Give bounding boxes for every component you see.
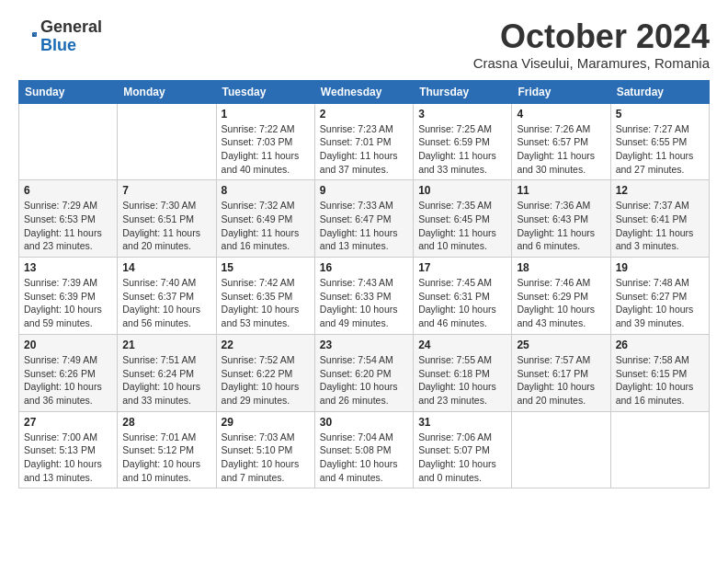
day-number: 28 bbox=[122, 416, 210, 429]
calendar-day-cell: 17Sunrise: 7:45 AM Sunset: 6:31 PM Dayli… bbox=[414, 258, 512, 335]
day-number: 20 bbox=[24, 339, 112, 351]
day-number: 3 bbox=[418, 108, 506, 121]
calendar-week-row: 1Sunrise: 7:22 AM Sunset: 7:03 PM Daylig… bbox=[19, 103, 710, 180]
calendar-day-cell: 15Sunrise: 7:42 AM Sunset: 6:35 PM Dayli… bbox=[216, 258, 314, 335]
day-detail: Sunrise: 7:26 AM Sunset: 6:57 PM Dayligh… bbox=[517, 122, 605, 177]
day-detail: Sunrise: 7:32 AM Sunset: 6:49 PM Dayligh… bbox=[222, 199, 310, 253]
day-detail: Sunrise: 7:42 AM Sunset: 6:35 PM Dayligh… bbox=[222, 276, 310, 330]
calendar-day-cell: 12Sunrise: 7:37 AM Sunset: 6:41 PM Dayli… bbox=[610, 180, 709, 258]
day-detail: Sunrise: 7:25 AM Sunset: 6:59 PM Dayligh… bbox=[418, 122, 506, 177]
logo-icon bbox=[18, 28, 37, 46]
calendar-day-cell bbox=[610, 411, 709, 488]
calendar-day-cell: 3Sunrise: 7:25 AM Sunset: 6:59 PM Daylig… bbox=[414, 103, 512, 180]
day-detail: Sunrise: 7:27 AM Sunset: 6:55 PM Dayligh… bbox=[616, 122, 704, 177]
day-number: 22 bbox=[222, 339, 310, 351]
calendar-day-cell: 5Sunrise: 7:27 AM Sunset: 6:55 PM Daylig… bbox=[610, 103, 709, 180]
calendar-week-row: 13Sunrise: 7:39 AM Sunset: 6:39 PM Dayli… bbox=[19, 258, 710, 335]
calendar-day-cell: 2Sunrise: 7:23 AM Sunset: 7:01 PM Daylig… bbox=[314, 103, 413, 180]
day-number: 13 bbox=[24, 261, 112, 274]
day-number: 15 bbox=[222, 261, 310, 274]
day-number: 16 bbox=[320, 261, 408, 274]
weekday-header: Tuesday bbox=[216, 80, 314, 103]
calendar-day-cell bbox=[19, 103, 118, 180]
day-number: 8 bbox=[222, 184, 310, 197]
day-detail: Sunrise: 7:37 AM Sunset: 6:41 PM Dayligh… bbox=[616, 199, 704, 253]
day-detail: Sunrise: 7:40 AM Sunset: 6:37 PM Dayligh… bbox=[122, 276, 210, 330]
day-number: 11 bbox=[517, 184, 605, 197]
calendar-day-cell: 6Sunrise: 7:29 AM Sunset: 6:53 PM Daylig… bbox=[19, 180, 118, 258]
day-number: 24 bbox=[418, 339, 506, 351]
day-detail: Sunrise: 7:54 AM Sunset: 6:20 PM Dayligh… bbox=[320, 353, 408, 408]
day-number: 29 bbox=[222, 416, 310, 429]
day-detail: Sunrise: 7:48 AM Sunset: 6:27 PM Dayligh… bbox=[616, 276, 704, 330]
day-detail: Sunrise: 7:46 AM Sunset: 6:29 PM Dayligh… bbox=[517, 276, 605, 330]
location: Crasna Viseului, Maramures, Romania bbox=[473, 55, 710, 71]
calendar-day-cell: 24Sunrise: 7:55 AM Sunset: 6:18 PM Dayli… bbox=[414, 334, 512, 411]
weekday-header: Saturday bbox=[610, 80, 709, 103]
calendar-day-cell: 11Sunrise: 7:36 AM Sunset: 6:43 PM Dayli… bbox=[512, 180, 610, 258]
day-number: 4 bbox=[517, 108, 605, 121]
calendar-day-cell: 8Sunrise: 7:32 AM Sunset: 6:49 PM Daylig… bbox=[216, 180, 314, 258]
day-number: 27 bbox=[24, 416, 112, 429]
day-detail: Sunrise: 7:52 AM Sunset: 6:22 PM Dayligh… bbox=[222, 353, 310, 408]
calendar-day-cell: 27Sunrise: 7:00 AM Sunset: 5:13 PM Dayli… bbox=[19, 411, 118, 488]
calendar-day-cell: 7Sunrise: 7:30 AM Sunset: 6:51 PM Daylig… bbox=[118, 180, 216, 258]
day-number: 25 bbox=[517, 339, 605, 351]
month-title: October 2024 bbox=[473, 18, 710, 55]
calendar-day-cell: 25Sunrise: 7:57 AM Sunset: 6:17 PM Dayli… bbox=[512, 334, 610, 411]
weekday-header: Thursday bbox=[414, 80, 512, 103]
day-detail: Sunrise: 7:06 AM Sunset: 5:07 PM Dayligh… bbox=[418, 431, 506, 485]
day-detail: Sunrise: 7:00 AM Sunset: 5:13 PM Dayligh… bbox=[24, 431, 112, 485]
day-detail: Sunrise: 7:04 AM Sunset: 5:08 PM Dayligh… bbox=[320, 431, 408, 485]
day-detail: Sunrise: 7:30 AM Sunset: 6:51 PM Dayligh… bbox=[122, 199, 210, 253]
day-number: 14 bbox=[122, 261, 210, 274]
weekday-header: Friday bbox=[512, 80, 610, 103]
day-number: 30 bbox=[320, 416, 408, 429]
calendar-day-cell: 18Sunrise: 7:46 AM Sunset: 6:29 PM Dayli… bbox=[512, 258, 610, 335]
day-detail: Sunrise: 7:22 AM Sunset: 7:03 PM Dayligh… bbox=[222, 122, 310, 177]
calendar-table: SundayMondayTuesdayWednesdayThursdayFrid… bbox=[18, 80, 710, 489]
calendar-day-cell: 23Sunrise: 7:54 AM Sunset: 6:20 PM Dayli… bbox=[314, 334, 413, 411]
day-number: 6 bbox=[24, 184, 112, 197]
day-detail: Sunrise: 7:43 AM Sunset: 6:33 PM Dayligh… bbox=[320, 276, 408, 330]
calendar-day-cell: 31Sunrise: 7:06 AM Sunset: 5:07 PM Dayli… bbox=[414, 411, 512, 488]
page-header: General Blue October 2024 Crasna Viseulu… bbox=[18, 18, 710, 71]
calendar-day-cell: 13Sunrise: 7:39 AM Sunset: 6:39 PM Dayli… bbox=[19, 258, 118, 335]
weekday-header: Sunday bbox=[19, 80, 118, 103]
day-detail: Sunrise: 7:01 AM Sunset: 5:12 PM Dayligh… bbox=[122, 431, 210, 485]
logo: General Blue bbox=[18, 18, 102, 55]
weekday-header: Monday bbox=[118, 80, 216, 103]
day-detail: Sunrise: 7:23 AM Sunset: 7:01 PM Dayligh… bbox=[320, 122, 408, 177]
day-number: 19 bbox=[616, 261, 704, 274]
calendar-day-cell: 4Sunrise: 7:26 AM Sunset: 6:57 PM Daylig… bbox=[512, 103, 610, 180]
day-number: 2 bbox=[320, 108, 408, 121]
calendar-day-cell: 30Sunrise: 7:04 AM Sunset: 5:08 PM Dayli… bbox=[314, 411, 413, 488]
day-detail: Sunrise: 7:39 AM Sunset: 6:39 PM Dayligh… bbox=[24, 276, 112, 330]
day-detail: Sunrise: 7:33 AM Sunset: 6:47 PM Dayligh… bbox=[320, 199, 408, 253]
day-detail: Sunrise: 7:49 AM Sunset: 6:26 PM Dayligh… bbox=[24, 353, 112, 408]
day-number: 9 bbox=[320, 184, 408, 197]
calendar-day-cell bbox=[512, 411, 610, 488]
day-number: 10 bbox=[418, 184, 506, 197]
day-detail: Sunrise: 7:29 AM Sunset: 6:53 PM Dayligh… bbox=[24, 199, 112, 253]
day-number: 7 bbox=[122, 184, 210, 197]
calendar-day-cell: 20Sunrise: 7:49 AM Sunset: 6:26 PM Dayli… bbox=[19, 334, 118, 411]
day-detail: Sunrise: 7:57 AM Sunset: 6:17 PM Dayligh… bbox=[517, 353, 605, 408]
day-detail: Sunrise: 7:36 AM Sunset: 6:43 PM Dayligh… bbox=[517, 199, 605, 253]
logo-blue-text: Blue bbox=[40, 37, 102, 55]
calendar-day-cell bbox=[118, 103, 216, 180]
day-number: 31 bbox=[418, 416, 506, 429]
day-number: 1 bbox=[222, 108, 310, 121]
day-number: 23 bbox=[320, 339, 408, 351]
day-detail: Sunrise: 7:35 AM Sunset: 6:45 PM Dayligh… bbox=[418, 199, 506, 253]
day-number: 12 bbox=[616, 184, 704, 197]
day-detail: Sunrise: 7:03 AM Sunset: 5:10 PM Dayligh… bbox=[222, 431, 310, 485]
calendar-day-cell: 22Sunrise: 7:52 AM Sunset: 6:22 PM Dayli… bbox=[216, 334, 314, 411]
logo-general-text: General bbox=[40, 18, 102, 37]
title-block: October 2024 Crasna Viseului, Maramures,… bbox=[473, 18, 710, 71]
calendar-week-row: 20Sunrise: 7:49 AM Sunset: 6:26 PM Dayli… bbox=[19, 334, 710, 411]
day-number: 5 bbox=[616, 108, 704, 121]
day-number: 26 bbox=[616, 339, 704, 351]
day-number: 18 bbox=[517, 261, 605, 274]
day-detail: Sunrise: 7:51 AM Sunset: 6:24 PM Dayligh… bbox=[122, 353, 210, 408]
